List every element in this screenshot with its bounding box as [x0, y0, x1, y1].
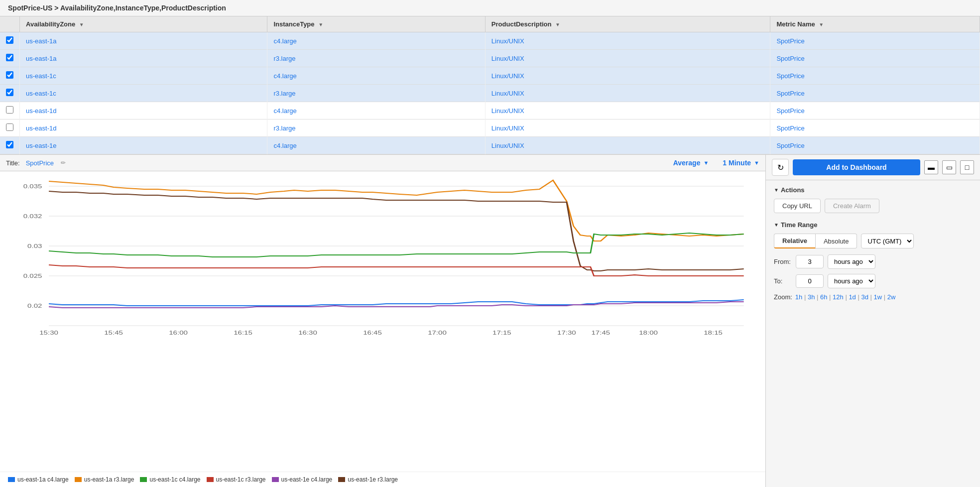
row-checkbox[interactable]: [6, 54, 13, 61]
instance-type-cell: r3.large: [267, 120, 485, 137]
to-unit-select[interactable]: hours ago: [828, 274, 875, 288]
view-icon-2[interactable]: ▭: [942, 160, 956, 174]
instance-type-cell: r3.large: [267, 50, 485, 67]
row-checkbox[interactable]: [6, 89, 13, 96]
zoom-divider: |: [844, 293, 849, 301]
row-checkbox[interactable]: [6, 141, 13, 148]
product-desc-cell: Linux/UNIX: [485, 137, 770, 154]
svg-text:0.03: 0.03: [27, 243, 42, 249]
metric-name-cell: SpotPrice: [770, 85, 980, 102]
chart-svg: 0.035 0.032 0.03 0.025 0.02 15:30 15:45 …: [8, 176, 757, 336]
svg-text:0.02: 0.02: [27, 303, 42, 309]
table-header-row: AvailabilityZone ▼ InstanceType ▼ Produc…: [0, 16, 980, 32]
zoom-link-1h[interactable]: 1h: [795, 293, 802, 301]
svg-text:0.025: 0.025: [23, 273, 42, 279]
az-cell: us-east-1a: [20, 50, 267, 67]
svg-text:15:45: 15:45: [104, 330, 123, 336]
instance-type-column-header[interactable]: InstanceType ▼: [267, 16, 485, 32]
chart-legend: us-east-1a c4.largeus-east-1a r3.largeus…: [0, 472, 765, 487]
zoom-link-12h[interactable]: 12h: [833, 293, 844, 301]
actions-section-header: ▼ Actions: [774, 186, 972, 194]
table-row: us-east-1d c4.large Linux/UNIX SpotPrice: [0, 102, 980, 120]
chart-title-value: SpotPrice: [26, 159, 54, 167]
product-desc-cell: Linux/UNIX: [485, 85, 770, 102]
legend-label: us-east-1a r3.large: [84, 476, 134, 483]
svg-text:17:15: 17:15: [492, 330, 511, 336]
copy-url-button[interactable]: Copy URL: [774, 199, 821, 213]
edit-title-icon[interactable]: ✏: [61, 159, 66, 166]
from-value-input[interactable]: [796, 255, 824, 268]
legend-color: [140, 477, 147, 482]
to-value-input[interactable]: [796, 274, 824, 288]
from-row: From: hours ago: [774, 254, 972, 269]
create-alarm-button: Create Alarm: [825, 199, 879, 213]
az-column-header[interactable]: AvailabilityZone ▼: [20, 16, 267, 32]
svg-text:18:15: 18:15: [704, 330, 723, 336]
breadcrumb-text: SpotPrice-US > AvailabilityZone,Instance…: [8, 4, 226, 12]
legend-item: us-east-1c r3.large: [207, 476, 266, 483]
svg-text:0.032: 0.032: [23, 213, 42, 220]
period-arrow-icon: ▼: [754, 160, 759, 166]
view-icon-1[interactable]: ▬: [924, 160, 938, 174]
svg-text:18:00: 18:00: [639, 330, 658, 336]
zoom-link-6h[interactable]: 6h: [820, 293, 827, 301]
view-icon-3[interactable]: □: [960, 160, 974, 174]
from-unit-select[interactable]: hours ago: [828, 254, 875, 269]
svg-text:17:30: 17:30: [557, 330, 576, 336]
zoom-link-3d[interactable]: 3d: [861, 293, 868, 301]
to-label: To:: [774, 277, 792, 285]
time-range-tabs: Relative Absolute UTC (GMT): [774, 234, 972, 248]
zoom-link-1w[interactable]: 1w: [874, 293, 882, 301]
zoom-link-1d[interactable]: 1d: [849, 293, 856, 301]
refresh-button[interactable]: ↻: [772, 159, 789, 176]
legend-label: us-east-1c r3.large: [216, 476, 266, 483]
actions-triangle-icon: ▼: [774, 187, 779, 193]
timezone-select[interactable]: UTC (GMT): [861, 234, 914, 248]
product-desc-cell: Linux/UNIX: [485, 32, 770, 50]
row-checkbox-cell[interactable]: [0, 50, 20, 67]
relative-tab[interactable]: Relative: [774, 234, 816, 248]
svg-text:0.035: 0.035: [23, 183, 42, 190]
row-checkbox[interactable]: [6, 106, 13, 114]
add-to-dashboard-button[interactable]: Add to Dashboard: [793, 159, 920, 175]
metric-name-cell: SpotPrice: [770, 50, 980, 67]
product-sort-icon: ▼: [555, 22, 560, 27]
row-checkbox-cell[interactable]: [0, 102, 20, 120]
zoom-link-3h[interactable]: 3h: [808, 293, 815, 301]
row-checkbox-cell[interactable]: [0, 32, 20, 50]
zoom-label: Zoom:: [774, 293, 792, 301]
row-checkbox[interactable]: [6, 71, 13, 79]
row-checkbox-cell[interactable]: [0, 137, 20, 154]
svg-text:17:45: 17:45: [591, 330, 610, 336]
instance-type-cell: c4.large: [267, 67, 485, 85]
legend-label: us-east-1c c4.large: [149, 476, 200, 483]
period-selector[interactable]: 1 Minute ▼: [723, 159, 759, 167]
metric-name-column-header[interactable]: Metric Name ▼: [770, 16, 980, 32]
row-checkbox-cell[interactable]: [0, 120, 20, 137]
row-checkbox-cell[interactable]: [0, 85, 20, 102]
product-desc-cell: Linux/UNIX: [485, 67, 770, 85]
instance-type-cell: r3.large: [267, 85, 485, 102]
metric-sort-icon: ▼: [819, 22, 824, 27]
row-checkbox[interactable]: [6, 36, 13, 44]
product-desc-column-header[interactable]: ProductDescription ▼: [485, 16, 770, 32]
az-cell: us-east-1a: [20, 32, 267, 50]
metric-name-cell: SpotPrice: [770, 137, 980, 154]
legend-label: us-east-1a c4.large: [17, 476, 69, 483]
legend-color: [75, 477, 82, 482]
title-label: Title:: [6, 159, 20, 167]
metric-name-cell: SpotPrice: [770, 32, 980, 50]
row-checkbox-cell[interactable]: [0, 67, 20, 85]
zoom-link-2w[interactable]: 2w: [887, 293, 896, 301]
table-row: us-east-1c r3.large Linux/UNIX SpotPrice: [0, 85, 980, 102]
right-toolbar: ↻ Add to Dashboard ▬ ▭ □: [766, 155, 980, 180]
stat-selector[interactable]: Average ▼: [673, 159, 709, 167]
time-range-section: ▼ Time Range Relative Absolute UTC (GMT)…: [774, 221, 972, 301]
svg-text:17:00: 17:00: [428, 330, 447, 336]
zoom-divider: |: [882, 293, 887, 301]
table-row: us-east-1d r3.large Linux/UNIX SpotPrice: [0, 120, 980, 137]
product-desc-cell: Linux/UNIX: [485, 50, 770, 67]
absolute-tab[interactable]: Absolute: [816, 234, 858, 248]
row-checkbox[interactable]: [6, 123, 13, 131]
metrics-table: AvailabilityZone ▼ InstanceType ▼ Produc…: [0, 16, 980, 154]
